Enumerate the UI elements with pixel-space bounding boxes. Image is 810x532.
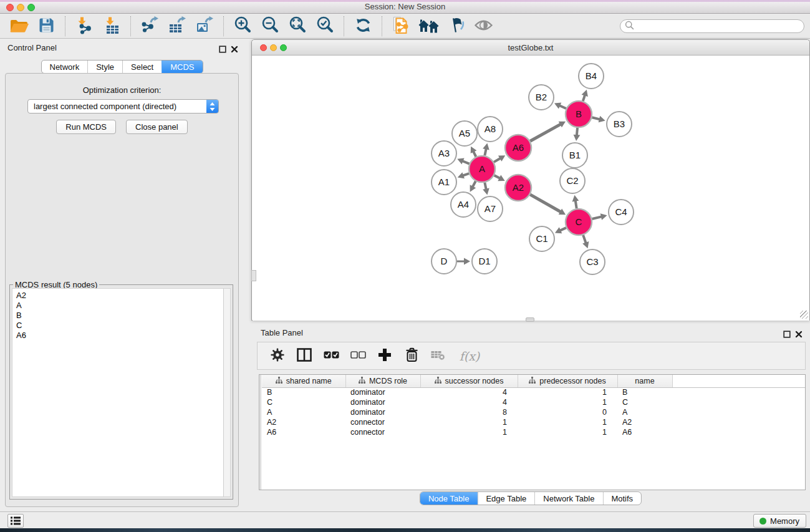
table-row[interactable]: Cdominator41C [262,397,805,407]
panel-list-button[interactable] [7,514,24,528]
run-mcds-button[interactable]: Run MCDS [56,120,116,134]
edge-B-B1[interactable] [574,128,581,141]
table-cell[interactable]: A2 [262,417,345,427]
zoom-fit-button[interactable] [287,16,307,36]
canvas-left-handle[interactable] [251,270,256,281]
edge-A-A1[interactable] [458,172,469,178]
node-A6[interactable]: A6 [505,135,531,161]
edge-A-A6[interactable] [494,155,505,162]
table-cell[interactable]: A [617,407,672,417]
node-B2[interactable]: B2 [529,85,554,110]
node-table[interactable]: shared nameMCDS rolesuccessor nodesprede… [259,374,806,490]
network-document-button[interactable] [391,16,411,36]
table-cell[interactable]: dominator [345,407,420,417]
result-list-scrollbar[interactable] [223,288,231,497]
node-A[interactable]: A [469,156,495,182]
edge-C-C2[interactable] [572,195,579,209]
network-graph[interactable]: AA1A2A3A4A5A6A7A8BB1B2B3B4CC1C2C3C4DD1 [253,56,809,321]
node-C[interactable]: C [566,209,592,235]
table-row[interactable]: A2connector11A2 [262,417,805,427]
table-panel-close-icon[interactable] [795,329,803,337]
table-cell[interactable]: 1 [420,417,518,427]
table-cell[interactable]: 1 [420,427,518,437]
node-A8[interactable]: A8 [478,117,503,142]
window-resize-grip[interactable] [800,311,808,319]
edge-B-B3[interactable] [592,116,605,122]
plus-button[interactable] [377,348,393,364]
node-D[interactable]: D [432,249,456,274]
table-row[interactable]: Bdominator41B [262,387,805,397]
edge-D-D1[interactable] [457,258,470,265]
import-table-button[interactable] [102,16,122,36]
table-cell[interactable]: A2 [617,417,672,427]
tab-style[interactable]: Style [87,60,122,73]
table-row[interactable]: Adominator80A [262,407,805,417]
node-B3[interactable]: B3 [607,112,632,137]
eye-button[interactable] [473,16,493,36]
export-table-button[interactable] [167,16,187,36]
column-header-name[interactable]: name [617,375,672,387]
tab-motifs[interactable]: Motifs [602,492,641,505]
tab-network[interactable]: Network [41,60,87,73]
save-session-button[interactable] [36,16,56,36]
open-session-button[interactable] [9,16,29,36]
zoom-window-button[interactable] [27,4,35,11]
node-A3[interactable]: A3 [432,141,456,166]
edge-A-A4[interactable] [470,181,476,191]
column-header-mcds-role[interactable]: MCDS role [345,375,420,387]
result-item-b[interactable]: B [16,311,226,321]
table-panel-float-icon[interactable] [783,329,791,337]
table-cell[interactable]: A6 [262,427,345,437]
edge-B-B4[interactable] [582,90,588,101]
table-cell[interactable]: 4 [420,397,518,407]
result-item-a2[interactable]: A2 [16,291,226,301]
edge-C-C1[interactable] [555,227,566,233]
network-zoom-button[interactable] [280,44,287,51]
close-window-button[interactable] [6,4,14,11]
result-item-c[interactable]: C [16,321,226,331]
table-cell[interactable]: A6 [617,427,672,437]
node-A7[interactable]: A7 [478,196,503,221]
export-network-button[interactable] [140,16,160,36]
split-pane-handle[interactable] [526,317,534,322]
table-cell[interactable]: 0 [518,407,617,417]
criterion-dropdown[interactable]: largest connected component (directed) [27,99,219,114]
edge-B-B2[interactable] [554,103,566,109]
edge-A6-B[interactable] [530,122,566,142]
edge-A2-C[interactable] [530,195,566,215]
node-B4[interactable]: B4 [579,64,604,89]
node-table-grid[interactable]: shared nameMCDS rolesuccessor nodesprede… [262,375,805,437]
control-panel-close-icon[interactable] [231,44,238,52]
edge-A-A5[interactable] [471,147,477,157]
node-D1[interactable]: D1 [472,249,497,274]
search-box[interactable] [620,19,804,33]
node-A5[interactable]: A5 [452,121,477,146]
node-A2[interactable]: A2 [505,175,531,201]
table-cell[interactable]: 1 [518,427,617,437]
network-minimize-button[interactable] [270,44,277,51]
export-image-button[interactable] [195,16,215,36]
table-row[interactable]: A6connector11A6 [262,427,805,437]
table-cell[interactable]: connector [345,417,420,427]
tab-node-table[interactable]: Node Table [420,492,478,505]
checked-pair-button[interactable] [323,348,339,364]
edge-C-C3[interactable] [582,235,589,248]
node-A4[interactable]: A4 [451,192,476,217]
table-cell[interactable]: A [262,407,345,417]
tab-network-table[interactable]: Network Table [534,492,602,505]
node-C4[interactable]: C4 [609,200,634,225]
table-cell[interactable]: 4 [420,387,518,397]
houses-button[interactable] [418,16,438,36]
column-header-predecessor-nodes[interactable]: predecessor nodes [518,375,617,387]
column-header-shared-name[interactable]: shared name [262,375,345,387]
columns-button[interactable] [296,348,312,364]
edge-A-A8[interactable] [483,143,489,156]
table-cell[interactable]: 8 [420,407,518,417]
refresh-button[interactable] [353,16,373,36]
node-B[interactable]: B [566,101,592,127]
node-B1[interactable]: B1 [562,143,587,168]
table-cell[interactable]: dominator [345,397,420,407]
node-A1[interactable]: A1 [432,170,456,195]
unchecked-pair-button[interactable] [350,348,366,364]
table-cell[interactable]: B [262,387,345,397]
